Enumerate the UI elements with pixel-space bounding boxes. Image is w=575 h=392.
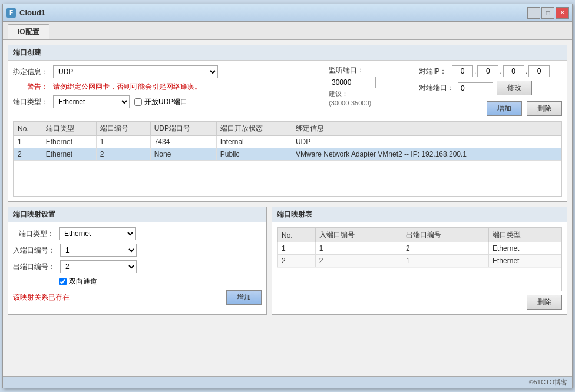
cell-binding: UDP	[292, 136, 561, 148]
table-row[interactable]: 1 Ethernet 1 7434 Internal UDP	[14, 136, 561, 148]
in-port-select[interactable]: 1	[60, 244, 137, 257]
mapping-table: No. 入端口编号 出端口编号 端口类型 1 1 2 Ethernet 2 2 …	[277, 228, 561, 267]
mapping-type-label: 端口类型：	[13, 229, 54, 239]
mapping-type-select[interactable]: Ethernet	[59, 227, 136, 240]
port-type-label: 端口类型：	[13, 97, 48, 107]
port-creation-panel: 端口创建 绑定信息： UDP 警告： 请勿绑定公网网卡，否则可能会引起网络瘫痪。	[8, 45, 567, 202]
tab-io-config[interactable]: IO配置	[8, 24, 49, 39]
open-udp-checkbox[interactable]	[134, 98, 142, 106]
table-row[interactable]: 2 2 1 Ethernet	[278, 255, 561, 267]
ip-seg-2[interactable]	[477, 65, 498, 77]
cell-out: 1	[402, 255, 488, 267]
app-icon: F	[6, 8, 16, 18]
mapping-delete-row: 删除	[277, 295, 562, 310]
warning-text: 请勿绑定公网网卡，否则可能会引起网络瘫痪。	[53, 82, 201, 92]
mapping-error-text: 该映射关系已存在	[13, 293, 70, 303]
cell-status: Internal	[216, 136, 292, 148]
cell-no: 1	[278, 242, 316, 255]
out-port-label: 出端口编号：	[13, 262, 55, 272]
col-no: No.	[14, 122, 42, 136]
mcol-no: No.	[278, 228, 316, 242]
cell-num: 1	[96, 136, 150, 148]
col-num: 端口编号	[96, 122, 150, 136]
cell-out: 2	[402, 242, 488, 255]
col-binding: 绑定信息	[292, 122, 561, 136]
cell-udp: None	[150, 148, 216, 161]
modify-button[interactable]: 修改	[497, 81, 532, 95]
title-bar: F Cloud1 — □ ✕	[3, 4, 572, 22]
port-creation-right: 对端IP： . . . 对端端口：	[409, 65, 562, 116]
mcol-in: 入端口编号	[315, 228, 402, 242]
ip-seg-4[interactable]	[528, 65, 550, 77]
creation-btn-row: 增加 删除	[419, 101, 562, 116]
remote-port-input[interactable]	[458, 82, 493, 94]
mapping-table-header: No. 入端口编号 出端口编号 端口类型	[278, 228, 561, 242]
port-table-container: No. 端口类型 端口编号 UDP端口号 端口开放状态 绑定信息 1 Ether…	[13, 121, 562, 197]
cell-type: Ethernet	[489, 242, 561, 255]
cell-status: Public	[216, 148, 292, 161]
port-creation-left: 绑定信息： UDP 警告： 请勿绑定公网网卡，否则可能会引起网络瘫痪。 端口类型…	[13, 65, 319, 116]
mapping-settings-title: 端口映射设置	[8, 207, 266, 222]
main-content: 端口创建 绑定信息： UDP 警告： 请勿绑定公网网卡，否则可能会引起网络瘫痪。	[3, 40, 572, 376]
port-table-empty	[14, 161, 561, 196]
maximize-button[interactable]: □	[541, 7, 554, 19]
cell-no: 2	[278, 255, 316, 267]
delete-mapping-button[interactable]: 删除	[527, 295, 562, 310]
cell-in: 2	[315, 255, 402, 267]
col-udp: UDP端口号	[150, 122, 216, 136]
add-mapping-button[interactable]: 增加	[226, 290, 262, 305]
port-table-header: No. 端口类型 端口编号 UDP端口号 端口开放状态 绑定信息	[14, 122, 561, 136]
delete-port-button[interactable]: 删除	[527, 101, 562, 116]
remote-ip-label: 对端IP：	[419, 67, 448, 77]
cell-type: Ethernet	[42, 136, 96, 148]
open-udp-label[interactable]: 开放UDP端口	[134, 97, 187, 107]
cell-type: Ethernet	[489, 255, 561, 267]
port-creation-title: 端口创建	[8, 45, 567, 61]
cell-no: 1	[14, 136, 42, 148]
remote-ip-row: 对端IP： . . .	[419, 65, 562, 77]
table-row[interactable]: 2 Ethernet 2 None Public VMware Network …	[14, 148, 561, 161]
mapping-table-container: No. 入端口编号 出端口编号 端口类型 1 1 2 Ethernet 2 2 …	[277, 227, 562, 291]
binding-select[interactable]: UDP	[53, 65, 218, 78]
mapping-settings-panel: 端口映射设置 端口类型： Ethernet 入端口编号： 1 出端口编号：	[8, 207, 267, 315]
table-row[interactable]: 1 1 2 Ethernet	[278, 242, 561, 255]
cell-in: 1	[315, 242, 402, 255]
warning-row: 警告： 请勿绑定公网网卡，否则可能会引起网络瘫痪。	[13, 82, 319, 92]
col-status: 端口开放状态	[216, 122, 292, 136]
port-type-select[interactable]: Ethernet	[53, 95, 130, 108]
main-window: F Cloud1 — □ ✕ IO配置 端口创建 绑定信息：	[2, 4, 573, 388]
port-table: No. 端口类型 端口编号 UDP端口号 端口开放状态 绑定信息 1 Ether…	[14, 121, 561, 161]
bidirectional-row: 双向通道	[13, 277, 262, 287]
bidirectional-checkbox[interactable]	[59, 278, 67, 285]
binding-label: 绑定信息：	[13, 67, 48, 77]
port-creation-layout: 绑定信息： UDP 警告： 请勿绑定公网网卡，否则可能会引起网络瘫痪。 端口类型…	[13, 65, 562, 116]
minimize-button[interactable]: —	[527, 7, 540, 19]
in-port-label: 入端口编号：	[13, 245, 55, 255]
mcol-out: 出端口编号	[402, 228, 488, 242]
col-type: 端口类型	[42, 122, 96, 136]
bidirectional-label[interactable]: 双向通道	[59, 277, 97, 287]
ip-seg-3[interactable]	[503, 65, 524, 77]
out-port-select[interactable]: 2	[60, 260, 137, 273]
cell-binding: VMware Network Adapter VMnet2 -- IP: 192…	[292, 148, 561, 161]
listen-port-input[interactable]	[329, 77, 376, 88]
window-title: Cloud1	[19, 8, 45, 17]
cell-no: 2	[14, 148, 42, 161]
title-bar-left: F Cloud1	[6, 8, 45, 18]
ip-input-group: . . .	[452, 65, 550, 77]
close-button[interactable]: ✕	[556, 7, 569, 19]
add-port-button[interactable]: 增加	[487, 101, 522, 116]
mapping-table-panel: 端口映射表 No. 入端口编号 出端口编号 端口类型 1	[272, 207, 567, 315]
remote-port-row: 对端端口： 修改	[419, 81, 562, 95]
ip-seg-1[interactable]	[452, 65, 473, 77]
mapping-bottom-row: 该映射关系已存在 增加	[13, 290, 262, 305]
warning-label: 警告：	[13, 82, 48, 92]
title-buttons: — □ ✕	[527, 7, 569, 19]
remote-port-label: 对端端口：	[419, 83, 454, 93]
status-bar: ©51CTO博客	[3, 376, 572, 388]
mapping-type-row: 端口类型： Ethernet	[13, 227, 262, 240]
port-type-row: 端口类型： Ethernet 开放UDP端口	[13, 95, 319, 108]
binding-row: 绑定信息： UDP	[13, 65, 319, 78]
cell-num: 2	[96, 148, 150, 161]
suggest-label: 建议：	[329, 89, 376, 98]
